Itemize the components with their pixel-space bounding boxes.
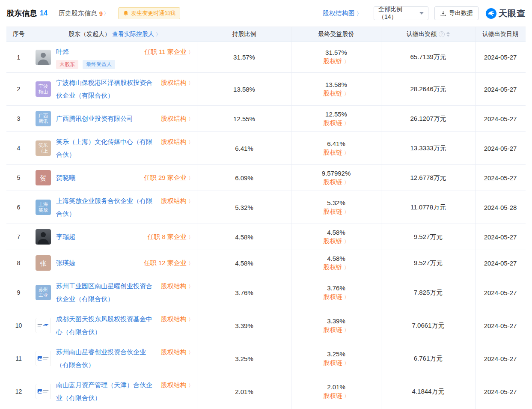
row-index: 9 [6,276,31,309]
chevron-right-icon: 〉 [344,239,349,245]
shareholder-avatar[interactable]: 贺 [36,170,51,185]
benefit-cell: 3.76% 股权链 〉 [291,276,381,309]
chevron-right-icon: 〉 [188,349,193,355]
equity-chain-link[interactable]: 股权链 〉 [323,263,349,272]
equity-chain-link[interactable]: 股权链 〉 [323,90,349,98]
table-row: 2 宁波 梅山 宁波梅山保税港区泽禧股权投资合伙企业（有限合伙） 股权结构 〉 … [6,73,526,106]
tianyancha-eye-icon [485,8,497,19]
shareholder-name-link[interactable]: 贺晓曦 [56,174,75,181]
benefit-share: 3.25% [327,350,345,358]
notify-on-change-button[interactable]: 发生变更时通知我 [118,7,180,19]
column-header-benefit: 最终受益股份 [291,27,381,42]
shareholder-name-link[interactable]: 宁波梅山保税港区泽禧股权投资合伙企业（有限合伙） [56,79,152,99]
shareholder-name-link[interactable]: 笑乐（上海）文化传媒中心（有限合伙） [56,138,152,158]
history-count-badge: 9 [99,10,103,17]
chain-label: 股权链 [323,90,342,97]
export-data-button[interactable]: 导出数据 [434,6,479,20]
shareholder-avatar[interactable]: 上海 笑放 [36,200,51,215]
chevron-right-icon: 〉 [344,120,349,126]
shareholder-name-link[interactable]: 南山蓝月资产管理（天津）合伙企业（有限合伙） [56,381,152,401]
equity-chain-link[interactable]: 股权链 〉 [323,57,349,66]
shareholder-name-link[interactable]: 李瑞超 [56,233,75,240]
help-icon[interactable]: ? [439,31,445,37]
shareholder-name-link[interactable]: 苏州工业园区南山星曜创业投资合伙企业（有限合伙） [56,282,152,302]
column-header-date: 认缴出资日期 [475,27,525,42]
subscribed-date: 2024-05-27 [475,309,525,342]
shareholder-avatar[interactable] [36,318,51,333]
shareholder-name-link[interactable]: 叶烽 [56,48,69,55]
history-shareholders-link[interactable]: 历史股东信息 9 〉 [59,9,109,18]
chevron-right-icon: 〉 [188,260,193,266]
equity-chain-link[interactable]: 股权链 〉 [323,149,349,157]
table-row: 1 叶烽 大股东最终受益人 任职 11 家企业 〉 31.57% 31.57% … [6,42,526,73]
shareholder-name-link[interactable]: 苏州南山星睿创业投资合伙企业（有限合伙） [56,348,146,368]
shareholder-avatar[interactable]: 笑乐 （上 [36,140,51,156]
shareholder-action-link[interactable]: 任职 29 家企业 〉 [140,171,193,185]
equity-chain-link[interactable]: 股权链 〉 [323,326,349,334]
shareholder-avatar[interactable]: 张 [36,255,51,271]
holding-ratio: 4.58% [197,224,291,250]
equity-chain-link[interactable]: 股权链 〉 [323,178,349,186]
shareholder-avatar[interactable] [36,351,51,366]
subscribed-date: 2024-05-27 [475,42,525,72]
shareholder-avatar[interactable]: 苏州 工业 [36,285,51,300]
action-label: 任职 11 家企业 [144,48,187,55]
chevron-right-icon: 〉 [344,265,349,271]
shareholder-avatar[interactable] [36,229,51,245]
subscribed-date: 2024-05-28 [475,191,525,224]
shareholder-action-link[interactable]: 股权结构 〉 [158,346,193,359]
view-actual-controller-link[interactable]: 查看实际控股人 〉 [112,30,160,38]
benefit-share: 13.58% [325,81,347,88]
row-index: 12 [6,375,31,408]
chevron-right-icon: 〉 [104,10,109,17]
chain-label: 股权链 [323,208,342,215]
shareholder-name-link[interactable]: 成都天图天投东风股权投资基金中心（有限合伙） [56,315,152,335]
shareholder-tag[interactable]: 最终受益人 [83,60,115,69]
benefit-cell: 5.32% 股权链 〉 [291,191,381,224]
shareholder-action-link[interactable]: 股权结构 〉 [158,112,193,125]
export-button-label: 导出数据 [449,9,473,17]
chevron-right-icon: 〉 [344,59,349,65]
shareholder-action-link[interactable]: 任职 12 家企业 〉 [140,257,193,270]
chevron-right-icon: 〉 [188,116,193,122]
shareholder-cell: 叶烽 大股东最终受益人 任职 11 家企业 〉 [31,42,197,72]
tianyancha-logo: 天眼查 [485,8,526,19]
equity-chain-link[interactable]: 股权链 〉 [323,392,349,400]
shareholder-name-link[interactable]: 上海笑放企业服务合伙企业（有限合伙） [56,197,152,217]
benefit-cell: 4.58% 股权链 〉 [291,224,381,250]
equity-structure-chart-link[interactable]: 股权结构图 〉 [323,9,362,18]
shareholder-action-link[interactable]: 股权结构 〉 [158,135,193,149]
shareholder-action-link[interactable]: 股权结构 〉 [158,313,193,326]
shareholder-avatar[interactable] [36,50,51,65]
shareholder-avatar[interactable]: 宁波 梅山 [36,81,51,97]
shareholder-name-link[interactable]: 广西腾讯创业投资有限公司 [56,115,133,122]
shareholder-action-link[interactable]: 股权结构 〉 [158,76,193,90]
shareholder-tag[interactable]: 大股东 [56,60,78,69]
shareholder-action-link[interactable]: 任职 11 家企业 〉 [141,45,193,59]
action-label: 任职 12 家企业 [144,259,187,266]
shareholder-action-link[interactable]: 股权结构 〉 [158,194,193,208]
shareholder-cell: 笑乐 （上 笑乐（上海）文化传媒中心（有限合伙） 股权结构 〉 [31,132,197,164]
equity-chain-link[interactable]: 股权链 〉 [323,119,349,127]
subscribed-amount: 9.527万元 [381,224,475,250]
benefit-cell: 3.25% 股权链 〉 [291,342,381,375]
action-label: 任职 29 家企业 [144,174,187,181]
subscribed-date: 2024-05-27 [475,224,525,250]
table-row: 3 广西 腾讯 广西腾讯创业投资有限公司 股权结构 〉 12.55% 12.55… [6,106,526,132]
equity-chain-link[interactable]: 股权链 〉 [323,359,349,367]
equity-chain-link[interactable]: 股权链 〉 [323,208,349,216]
benefit-share: 12.55% [325,110,347,118]
row-index: 7 [6,224,31,250]
ratio-filter-dropdown[interactable]: 全部比例（14） [374,6,428,20]
shareholder-action-link[interactable]: 任职 8 家企业 〉 [144,230,193,244]
shareholder-action-link[interactable]: 股权结构 〉 [158,379,193,392]
shareholder-action-link[interactable]: 股权结构 〉 [158,280,193,293]
equity-chain-link[interactable]: 股权链 〉 [323,293,349,301]
shareholder-name-link[interactable]: 张瑛婕 [56,259,75,266]
subscribed-amount: 28.2646万元 [381,73,475,105]
holding-ratio: 6.09% [197,165,291,191]
shareholder-avatar[interactable]: 广西 腾讯 [36,111,51,126]
shareholder-avatar[interactable] [36,384,51,399]
equity-chain-link[interactable]: 股权链 〉 [323,237,349,245]
sort-toggle[interactable] [446,32,450,37]
